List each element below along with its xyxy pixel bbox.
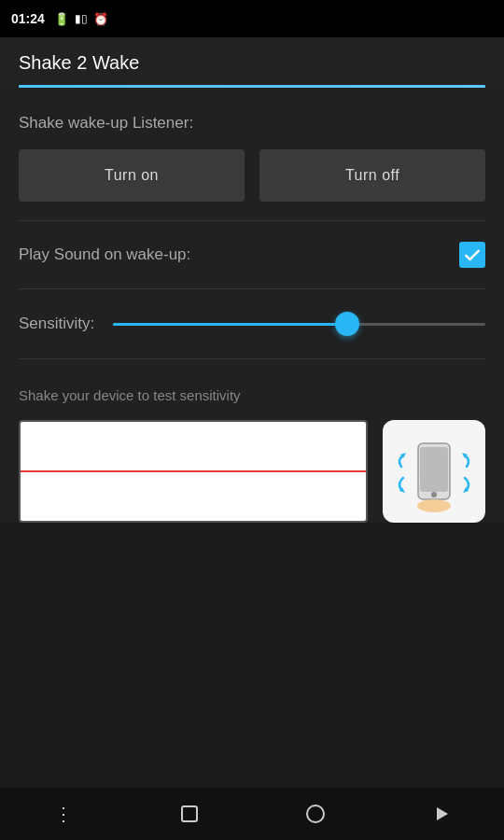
- recents-icon: [179, 804, 200, 824]
- test-label: Shake your device to test sensitivity: [19, 387, 485, 403]
- waveform-line: [21, 470, 366, 472]
- shake-image-box: [383, 420, 485, 523]
- sound-section: Play Sound on wake-up:: [19, 221, 485, 289]
- slider-track: [113, 323, 485, 326]
- sound-checkbox[interactable]: [459, 242, 485, 268]
- svg-marker-10: [437, 807, 448, 820]
- listener-buttons: Turn on Turn off: [19, 149, 485, 202]
- svg-point-2: [431, 492, 437, 497]
- back-nav-icon[interactable]: [419, 791, 464, 836]
- back-icon: [431, 804, 452, 824]
- listener-label: Shake wake-up Listener:: [19, 114, 485, 133]
- battery-icon: 🔋: [54, 12, 69, 26]
- slider-fill: [113, 323, 347, 326]
- shake-illustration: [392, 429, 476, 513]
- listener-section: Shake wake-up Listener: Turn on Turn off: [19, 114, 485, 221]
- sensitivity-section: Sensitivity:: [19, 289, 485, 359]
- menu-nav-icon[interactable]: ⋮: [41, 791, 86, 836]
- svg-point-9: [307, 805, 324, 822]
- signal-icon: ▮▯: [75, 12, 88, 25]
- turn-off-button[interactable]: Turn off: [259, 149, 485, 202]
- app-title: Shake 2 Wake: [19, 52, 485, 85]
- recents-nav-icon[interactable]: [167, 791, 212, 836]
- home-icon: [305, 804, 326, 824]
- svg-point-3: [417, 499, 451, 512]
- test-section: Shake your device to test sensitivity: [19, 359, 485, 523]
- slider-thumb[interactable]: [335, 312, 359, 336]
- turn-on-button[interactable]: Turn on: [19, 149, 245, 202]
- svg-rect-1: [420, 447, 448, 492]
- status-bar: 01:24 🔋 ▮▯ ⏰: [0, 0, 504, 37]
- checkmark-icon: [463, 245, 482, 264]
- main-content: Shake wake-up Listener: Turn on Turn off…: [0, 88, 504, 523]
- alarm-icon: ⏰: [93, 12, 108, 26]
- bottom-nav: ⋮: [0, 788, 504, 840]
- app-bar: Shake 2 Wake: [0, 37, 504, 88]
- test-visuals: [19, 420, 485, 523]
- sensitivity-label: Sensitivity:: [19, 315, 94, 333]
- home-nav-icon[interactable]: [293, 791, 338, 836]
- sound-label: Play Sound on wake-up:: [19, 245, 190, 264]
- svg-rect-8: [182, 806, 197, 821]
- waveform-box: [19, 420, 368, 523]
- sensitivity-slider[interactable]: [113, 310, 485, 338]
- status-time: 01:24: [11, 11, 45, 26]
